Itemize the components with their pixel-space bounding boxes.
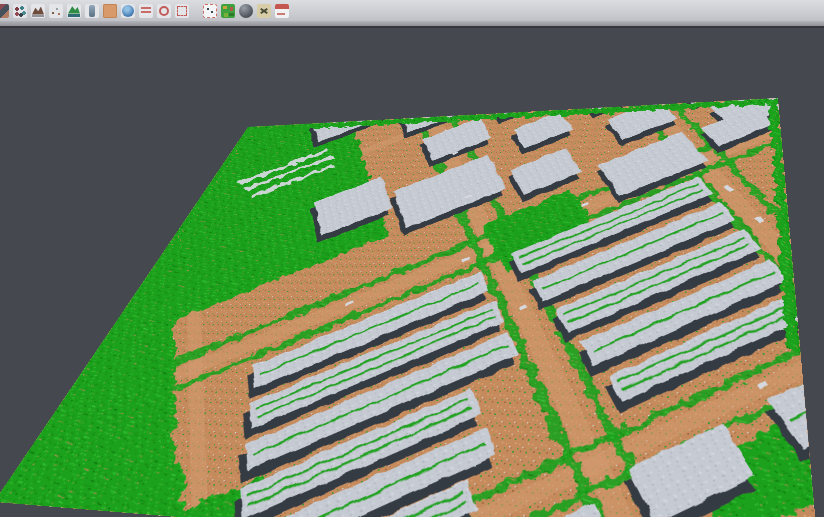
measure-area-tan-icon[interactable] xyxy=(257,4,271,18)
globe-blue-icon[interactable] xyxy=(121,4,135,18)
toolbar xyxy=(0,0,824,21)
points-colored-icon[interactable] xyxy=(0,4,9,18)
application-window xyxy=(0,0,824,517)
selection-box-red-icon[interactable] xyxy=(175,4,189,18)
profile-lines-red-icon[interactable] xyxy=(139,4,153,18)
terrain-green-icon[interactable] xyxy=(67,4,81,18)
flag-redwhite-icon[interactable] xyxy=(275,4,289,18)
tile-orange-icon[interactable] xyxy=(103,4,117,18)
sphere-gray-icon[interactable] xyxy=(239,4,253,18)
toolbar-border xyxy=(0,26,824,28)
ground-points-icon[interactable] xyxy=(49,4,63,18)
height-column-icon[interactable] xyxy=(85,4,99,18)
clip-region-icon[interactable] xyxy=(203,4,217,18)
circle-target-red-icon[interactable] xyxy=(157,4,171,18)
terrain-brown-icon[interactable] xyxy=(31,4,45,18)
classified-cloud-icon[interactable] xyxy=(221,4,235,18)
profile-points-icon[interactable] xyxy=(13,4,27,18)
